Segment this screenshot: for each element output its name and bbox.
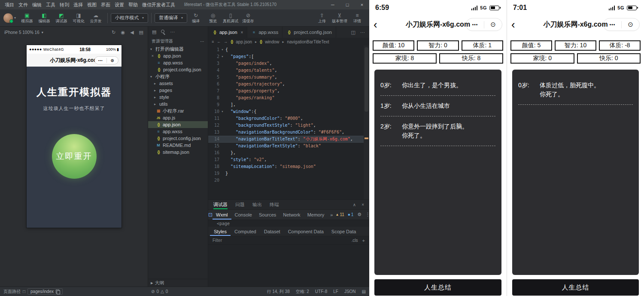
restart-life-button[interactable]: 立即重开 bbox=[52, 134, 97, 179]
editor-toggle-button[interactable]: ◧ 编辑器 bbox=[36, 13, 53, 23]
close-icon[interactable]: × bbox=[151, 54, 155, 58]
tab-network[interactable]: Network bbox=[279, 210, 304, 220]
code-editor[interactable]: 1▾{2▾ "pages":[3 "pages/index",4 "pages/… bbox=[208, 46, 369, 199]
project-section[interactable]: ▾ 小程序 bbox=[148, 73, 208, 80]
tab-computed[interactable]: Computed bbox=[231, 227, 260, 236]
debugger-toggle-button[interactable]: ◩ 调试器 bbox=[53, 13, 70, 23]
refresh-icon[interactable]: ↻ bbox=[112, 30, 115, 35]
tab-app-json[interactable]: {} app.json × bbox=[208, 27, 247, 38]
code-line[interactable]: 10▾ "window":{ bbox=[208, 108, 369, 115]
back-icon[interactable]: ← bbox=[217, 40, 221, 44]
menu-help[interactable]: 帮助 bbox=[126, 2, 140, 8]
tab-component-data[interactable]: Component Data bbox=[284, 227, 328, 236]
life-event-log[interactable]: 0岁:你出生了，是个男孩。1岁:你从小生活在城市2岁:你意外一跤摔到了后脑。你死… bbox=[374, 70, 501, 275]
tab-problems[interactable]: 问题 bbox=[235, 200, 245, 209]
menu-goto[interactable]: 转到 bbox=[58, 2, 71, 8]
clear-cache-button[interactable]: ⊘ 清缓存 bbox=[240, 13, 257, 23]
back-button[interactable]: ‹ bbox=[374, 19, 383, 30]
forward-icon[interactable]: → bbox=[224, 40, 228, 44]
wxml-element-tree[interactable]: <page bbox=[208, 220, 369, 227]
file-readme[interactable]: M README.md bbox=[148, 142, 208, 149]
tab-dataset[interactable]: Dataset bbox=[260, 227, 284, 236]
outline-section[interactable]: ▸ 大纲 bbox=[148, 279, 208, 287]
editor-scrollbar[interactable] bbox=[364, 46, 369, 199]
folder-style[interactable]: ▸ style bbox=[148, 94, 208, 101]
code-line[interactable]: 13 "navigationBarBackgroundColor": "#F6F… bbox=[208, 129, 369, 136]
list-icon[interactable]: ≡ bbox=[212, 40, 214, 44]
close-panel-icon[interactable]: × bbox=[361, 202, 364, 207]
more-icon[interactable]: ⋯ bbox=[200, 39, 204, 44]
device-selector[interactable]: iPhone 5 100% 16 bbox=[4, 30, 39, 35]
breadcrumb-property[interactable]: navigationBarTitleText bbox=[287, 40, 329, 44]
code-line[interactable]: 19} bbox=[208, 170, 369, 177]
avatar[interactable] bbox=[3, 13, 13, 23]
problems-indicator[interactable]: ⊘ 0 △ 0 bbox=[151, 289, 168, 294]
mode-select[interactable]: 小程序模式 ▾ bbox=[111, 13, 148, 23]
menu-tools[interactable]: 工具 bbox=[44, 2, 58, 8]
minimize-button[interactable]: ─ bbox=[325, 0, 340, 9]
account-menu[interactable]: ▾ bbox=[3, 13, 16, 23]
file-app-json[interactable]: {} app.json bbox=[148, 121, 208, 128]
split-editor-icon[interactable]: ◫ bbox=[351, 30, 355, 35]
menu-select[interactable]: 选择 bbox=[71, 2, 85, 8]
file-rar[interactable]: ▦ 小程序.rar bbox=[148, 107, 208, 114]
styles-filter-input[interactable] bbox=[213, 238, 264, 243]
menu-view[interactable]: 视图 bbox=[85, 2, 99, 8]
maximize-button[interactable]: □ bbox=[340, 0, 355, 9]
more-button[interactable]: ••• bbox=[95, 59, 106, 62]
open-editor-project-config[interactable]: {} project.config.json bbox=[148, 66, 208, 73]
tab-wxml[interactable]: Wxml bbox=[213, 210, 231, 220]
visualizer-button[interactable]: ◨ 可视化 bbox=[70, 13, 87, 23]
code-line[interactable]: 7 "pages/property", bbox=[208, 88, 369, 95]
code-line[interactable]: 1▾{ bbox=[208, 46, 369, 53]
code-line[interactable]: 15 "navigationBarTextStyle": "black" bbox=[208, 143, 369, 150]
version-control-button[interactable]: ⊻ 版本管理 bbox=[331, 13, 349, 23]
folder-utils[interactable]: ▸ utils bbox=[148, 101, 208, 107]
inspect-element-icon[interactable]: ⊡ bbox=[208, 212, 213, 218]
add-style-icon[interactable]: + bbox=[362, 238, 365, 243]
tab-scope-data[interactable]: Scope Data bbox=[328, 227, 360, 236]
code-line[interactable]: 12 "backgroundTextStyle": "light", bbox=[208, 122, 369, 129]
search-icon[interactable] bbox=[161, 30, 165, 34]
language-mode[interactable]: JSON bbox=[344, 289, 356, 294]
code-line[interactable]: 6 "pages/trajectory", bbox=[208, 81, 369, 88]
tab-console[interactable]: Console bbox=[231, 210, 255, 220]
tab-output[interactable]: 输出 bbox=[252, 200, 262, 209]
warning-count-badge[interactable]: ▲ 11 bbox=[335, 212, 344, 217]
code-line[interactable]: 5 "pages/summary", bbox=[208, 74, 369, 81]
page-path-value[interactable]: pages/index bbox=[27, 288, 63, 295]
code-line[interactable]: 20 bbox=[208, 177, 369, 184]
open-editor-app-json[interactable]: × {} app.json bbox=[148, 52, 208, 59]
info-count-badge[interactable]: ■ 1 bbox=[348, 212, 353, 217]
collapse-panel-icon[interactable]: ∧ bbox=[353, 202, 356, 207]
preview-button[interactable]: ◎ 预览 bbox=[204, 13, 222, 23]
code-line[interactable]: 4 "pages/talents", bbox=[208, 67, 369, 74]
menu-project[interactable]: 项目 bbox=[3, 2, 16, 8]
encoding[interactable]: UTF-8 bbox=[315, 289, 327, 294]
close-miniprogram-button[interactable]: ⊙ bbox=[107, 58, 118, 63]
code-line[interactable]: 18 "sitemapLocation": "sitemap.json" bbox=[208, 163, 369, 170]
file-app-js[interactable]: JS app.js bbox=[148, 114, 208, 121]
menu-file[interactable]: 文件 bbox=[16, 2, 30, 8]
open-editor-app-wxss[interactable]: ≡ app.wxss bbox=[148, 59, 208, 66]
folder-pages[interactable]: ▸ pages bbox=[148, 87, 208, 94]
life-summary-button[interactable]: 人生总结 bbox=[374, 279, 501, 296]
more-icon[interactable]: ⋯ bbox=[360, 30, 365, 35]
cls-toggle[interactable]: .cls bbox=[352, 238, 358, 243]
layout-icon[interactable]: ▤ bbox=[362, 289, 366, 294]
simulator-toggle-button[interactable]: ▣ 模拟器 bbox=[18, 13, 36, 23]
tab-terminal[interactable]: 终端 bbox=[270, 200, 279, 209]
life-event-log[interactable]: 0岁:体质过低，胎死腹中。你死了。 bbox=[512, 70, 639, 275]
breadcrumb-file[interactable]: app.json bbox=[236, 40, 252, 44]
cloud-dev-button[interactable]: ☁ 云开发 bbox=[87, 13, 104, 23]
close-miniprogram-button[interactable]: ⊙ bbox=[484, 21, 502, 28]
file-app-wxss[interactable]: ≡ app.wxss bbox=[148, 128, 208, 135]
menu-edit[interactable]: 编辑 bbox=[30, 2, 44, 8]
tab-app-wxss[interactable]: ≡ app.wxss bbox=[247, 27, 283, 38]
details-button[interactable]: ≡ 详情 bbox=[349, 13, 366, 23]
life-summary-button[interactable]: 人生总结 bbox=[512, 279, 639, 296]
rotate-icon[interactable]: ◀ bbox=[130, 30, 134, 35]
menu-wechat-devtools[interactable]: 微信开发者工具 bbox=[140, 2, 177, 8]
tab-styles[interactable]: Styles bbox=[210, 227, 231, 236]
indentation[interactable]: 空格: 2 bbox=[296, 289, 309, 295]
